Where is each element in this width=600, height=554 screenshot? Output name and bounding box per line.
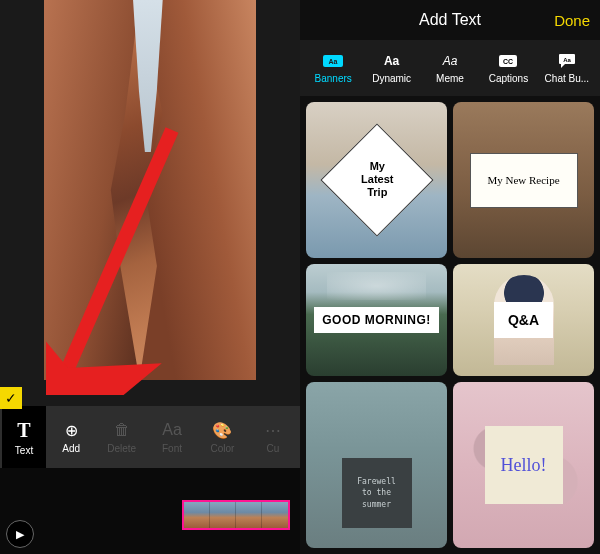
tab-meme[interactable]: Aa Meme <box>421 52 479 84</box>
tab-label: Dynamic <box>372 73 411 84</box>
template-recipe[interactable]: My New Recipe <box>453 102 594 258</box>
template-text: Farewell to the summer <box>342 458 412 528</box>
selected-clip[interactable] <box>182 500 290 530</box>
text-icon: T <box>17 419 30 442</box>
tool-text[interactable]: T Text <box>2 406 46 468</box>
dynamic-icon: Aa <box>381 52 403 70</box>
tab-banners[interactable]: Aa Banners <box>304 52 362 84</box>
tab-label: Meme <box>436 73 464 84</box>
template-hello[interactable]: Hello! <box>453 382 594 548</box>
tab-chat-bubble[interactable]: Aa Chat Bu... <box>538 52 596 84</box>
template-text: My Latest Trip <box>360 160 392 200</box>
text-category-tabs: Aa Banners Aa Dynamic Aa Meme CC Caption… <box>300 40 600 96</box>
tool-add[interactable]: ⊕ Add <box>46 420 96 454</box>
chat-bubble-icon: Aa <box>556 52 578 70</box>
timeline[interactable]: ▶ <box>0 468 300 554</box>
font-icon: Aa <box>162 420 182 440</box>
tab-label: Banners <box>315 73 352 84</box>
more-icon: ⋯ <box>265 420 281 440</box>
play-button[interactable]: ▶ <box>6 520 34 548</box>
text-toolbar: T Text ⊕ Add 🗑 Delete Aa Font 🎨 Color ⋯ … <box>0 406 300 468</box>
tool-label: Delete <box>107 443 136 454</box>
check-icon: ✓ <box>5 390 17 406</box>
svg-text:Aa: Aa <box>563 57 571 63</box>
tool-color[interactable]: 🎨 Color <box>197 420 247 454</box>
template-text: My New Recipe <box>470 153 578 208</box>
video-preview[interactable] <box>0 0 300 406</box>
play-icon: ▶ <box>16 528 24 541</box>
add-text-panel: Add Text Done Aa Banners Aa Dynamic Aa M… <box>300 0 600 554</box>
editor-panel: ✓ T Text ⊕ Add 🗑 Delete Aa Font 🎨 Color … <box>0 0 300 554</box>
template-farewell[interactable]: Farewell to the summer <box>306 382 447 548</box>
clip-frame <box>262 502 288 528</box>
template-text: Hello! <box>485 426 563 504</box>
tool-label: Cu <box>266 443 279 454</box>
tool-delete[interactable]: 🗑 Delete <box>96 420 146 454</box>
template-grid: My Latest Trip My New Recipe GOOD MORNIN… <box>300 96 600 554</box>
meme-icon: Aa <box>439 52 461 70</box>
tab-dynamic[interactable]: Aa Dynamic <box>362 52 420 84</box>
tool-label: Font <box>162 443 182 454</box>
banner-icon: Aa <box>322 52 344 70</box>
clip-frame <box>184 502 210 528</box>
panel-header: Add Text Done <box>300 0 600 40</box>
template-text: GOOD MORNING! <box>314 307 439 333</box>
svg-text:CC: CC <box>503 58 513 65</box>
tool-label: Color <box>210 443 234 454</box>
trash-icon: 🗑 <box>114 420 130 440</box>
done-button[interactable]: Done <box>554 12 590 29</box>
tool-font[interactable]: Aa Font <box>147 420 197 454</box>
clip-frame <box>236 502 262 528</box>
tab-label: Chat Bu... <box>545 73 589 84</box>
palette-icon: 🎨 <box>212 420 232 440</box>
captions-icon: CC <box>497 52 519 70</box>
clip-frame <box>210 502 236 528</box>
confirm-check[interactable]: ✓ <box>0 387 22 409</box>
tab-label: Captions <box>489 73 528 84</box>
video-frame <box>44 0 256 380</box>
tool-more[interactable]: ⋯ Cu <box>248 420 298 454</box>
tool-label: Text <box>15 445 33 456</box>
template-trip[interactable]: My Latest Trip <box>306 102 447 258</box>
plus-circle-icon: ⊕ <box>65 420 78 440</box>
template-text: Q&A <box>494 302 553 338</box>
page-title: Add Text <box>419 11 481 29</box>
tool-label: Add <box>62 443 80 454</box>
svg-text:Aa: Aa <box>329 58 338 65</box>
template-qa[interactable]: Q&A <box>453 264 594 376</box>
template-morning[interactable]: GOOD MORNING! <box>306 264 447 376</box>
tab-captions[interactable]: CC Captions <box>479 52 537 84</box>
